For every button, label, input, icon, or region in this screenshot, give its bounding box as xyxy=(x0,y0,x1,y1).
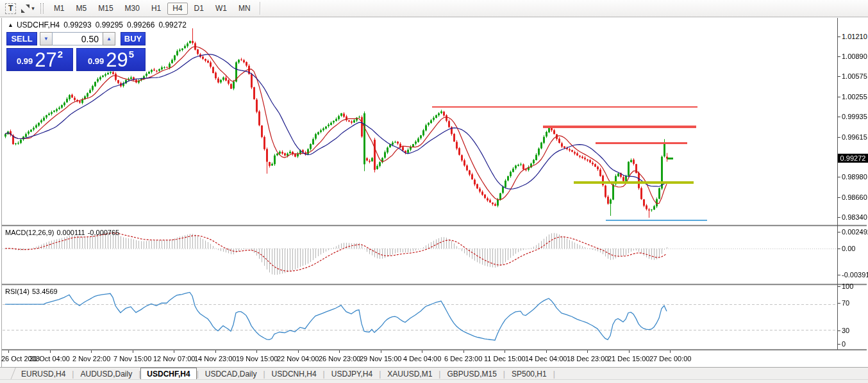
down-arrow-icon: ▼ xyxy=(44,36,49,42)
sell-price-prefix: 0.99 xyxy=(17,56,33,66)
buy-price-prefix: 0.99 xyxy=(88,56,104,66)
pane-separator[interactable] xyxy=(1,284,867,286)
date-label: 14 Nov 23:00 xyxy=(194,355,236,363)
rsi-axis-tick xyxy=(838,286,840,287)
rsi-label: RSI(14)53.4569 xyxy=(5,288,60,295)
date-axis-tick xyxy=(629,350,630,353)
date-axis-tick xyxy=(8,350,9,353)
chart-tab[interactable]: XAUUSD,M1 xyxy=(381,368,438,380)
macd-axis-label: -0.003913 xyxy=(842,271,868,279)
ohlc-high: 0.99295 xyxy=(96,20,123,29)
volume-decrease-button[interactable]: ▼ xyxy=(40,32,53,45)
date-axis-tick xyxy=(50,350,51,353)
chart-tab[interactable]: USDCNH,H4 xyxy=(265,368,323,380)
date-label: 29 Nov 15:00 xyxy=(360,355,401,363)
date-label: 12 Nov 07:00 xyxy=(153,355,195,363)
buy-price-sup: 5 xyxy=(129,49,134,60)
macd-axis-tick xyxy=(838,275,840,275)
text-tool-button[interactable]: T xyxy=(3,2,18,15)
date-axis-tick xyxy=(422,350,422,353)
price-axis-label: 1.00575 xyxy=(842,72,867,80)
chart-tab[interactable]: AUDUSD,Daily xyxy=(74,368,138,380)
timeframe-label: H1 xyxy=(151,4,161,13)
macd-axis-tick xyxy=(838,249,840,249)
timeframe-button[interactable]: D1 xyxy=(189,3,209,15)
rsi-axis-label: 30 xyxy=(842,327,849,334)
timeframe-label: MN xyxy=(238,4,251,13)
toolbar-separator xyxy=(260,2,260,15)
rsi-indicator-canvas[interactable] xyxy=(3,285,838,349)
chart-tab[interactable]: USDCAD,Daily xyxy=(199,368,263,380)
price-axis-tick xyxy=(838,177,840,177)
sell-price-sup: 2 xyxy=(58,49,63,60)
macd-axis-label: 0.002492 xyxy=(842,228,868,236)
ohlc-open: 0.99293 xyxy=(63,20,91,29)
price-axis-tick xyxy=(838,97,840,97)
buy-button[interactable]: BUY xyxy=(121,32,146,45)
current-price-tag: 0.99272 xyxy=(838,154,868,163)
timeframe-button[interactable]: M5 xyxy=(71,3,92,15)
date-label: 6 Dec 23:00 xyxy=(444,355,482,363)
timeframe-button[interactable]: MN xyxy=(233,3,256,15)
timeframe-label: M5 xyxy=(76,4,87,13)
timeframe-button[interactable]: H4 xyxy=(167,3,187,15)
chart-tab[interactable]: EURUSD,H4 xyxy=(15,368,72,380)
sell-button[interactable]: SELL xyxy=(6,32,37,45)
date-label: 4 Dec 04:00 xyxy=(403,355,441,363)
text-tool-icon: T xyxy=(5,3,16,14)
price-axis-label: 1.00255 xyxy=(842,93,867,101)
date-label: 19 Nov 15:00 xyxy=(236,355,278,363)
pane-separator[interactable] xyxy=(1,225,867,227)
timeframe-label: M1 xyxy=(54,4,65,13)
price-axis-label: 1.00890 xyxy=(842,53,867,60)
dropdown-caret-icon: ▾ xyxy=(31,5,35,12)
timeframe-label: H4 xyxy=(172,4,182,13)
timeframe-button[interactable]: M30 xyxy=(120,3,145,15)
date-axis-tick xyxy=(256,350,257,353)
chart-tab-bar: EURUSD,H4 | AUDUSD,Daily | USDCHF,H4 | U… xyxy=(0,367,868,380)
date-axis-tick xyxy=(133,350,133,353)
one-click-panel-toggle-icon[interactable]: ▲ xyxy=(8,22,13,28)
chart-tab[interactable]: GBPUSD,M15 xyxy=(440,368,503,380)
price-axis-line xyxy=(837,18,838,350)
chart-tab[interactable]: USDCHF,H4 xyxy=(140,368,196,380)
timeframe-button[interactable]: M15 xyxy=(93,3,118,15)
date-axis-tick xyxy=(381,350,381,353)
date-label: 26 Nov 23:00 xyxy=(319,355,360,363)
cursor-tool-button[interactable]: ▾ xyxy=(19,2,37,15)
toolbar-grip[interactable] xyxy=(40,3,44,13)
date-label: 18 Dec 23:00 xyxy=(567,355,608,363)
timeframe-label: M15 xyxy=(98,4,113,13)
rsi-axis-label: 100 xyxy=(842,282,853,290)
date-axis-tick xyxy=(587,350,588,353)
date-axis-tick xyxy=(298,350,299,353)
timeframe-button[interactable]: H1 xyxy=(146,3,166,15)
macd-label: MACD(12,26,9)0.000111-0.000765 xyxy=(5,229,122,236)
date-axis-tick xyxy=(215,350,216,353)
sell-price-panel[interactable]: 0.99 27 2 xyxy=(6,48,73,71)
pane-separator[interactable] xyxy=(1,349,867,351)
date-axis-tick xyxy=(546,350,547,353)
date-label: 7 Nov 15:00 xyxy=(113,355,151,363)
top-toolbar: T ▾ M1 M5 M15 M30 H1 H4 D1 W1 MN xyxy=(0,0,868,17)
timeframe-label: M30 xyxy=(125,4,140,13)
macd-indicator-canvas[interactable] xyxy=(3,226,838,284)
price-axis-tick xyxy=(838,37,840,37)
ohlc-low: 0.99266 xyxy=(127,20,154,29)
timeframe-label: D1 xyxy=(194,4,204,13)
date-axis-tick xyxy=(505,350,505,353)
diagonal-arrows-icon xyxy=(21,4,29,13)
volume-input[interactable] xyxy=(52,32,103,45)
timeframe-button[interactable]: M1 xyxy=(49,3,70,15)
chart-tab[interactable]: SP500,H1 xyxy=(505,368,553,380)
timeframe-button[interactable]: W1 xyxy=(210,3,232,15)
price-axis-label: 1.01210 xyxy=(842,33,867,40)
chart-tab[interactable]: USDJPY,H4 xyxy=(325,368,379,380)
price-axis-label: 0.98980 xyxy=(842,173,867,181)
rsi-axis-tick xyxy=(838,303,840,304)
volume-increase-button[interactable]: ▲ xyxy=(103,32,115,45)
timeframe-label: W1 xyxy=(215,4,227,13)
buy-price-panel[interactable]: 0.99 29 5 xyxy=(76,48,146,71)
chart-title: ▲ USDCHF,H4 0.99293 0.99295 0.99266 0.99… xyxy=(8,20,190,29)
date-label: 31 Oct 04:00 xyxy=(29,355,70,363)
